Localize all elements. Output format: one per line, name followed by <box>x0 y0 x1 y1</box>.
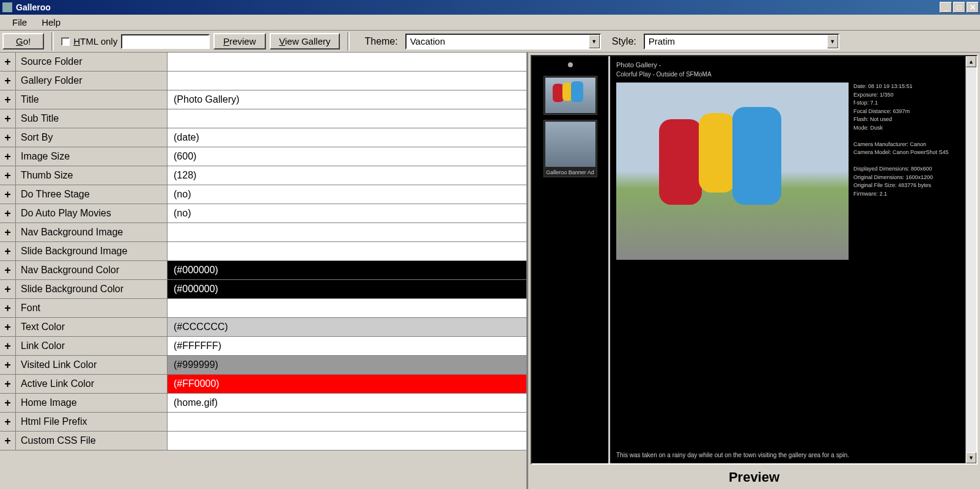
property-label: Custom CSS File <box>16 432 168 450</box>
theme-select[interactable]: Vacation <box>405 34 601 50</box>
home-icon[interactable] <box>568 62 573 67</box>
expand-button[interactable]: + <box>0 375 16 393</box>
minimize-button[interactable]: _ <box>940 2 952 13</box>
property-value[interactable]: (600) <box>168 147 526 166</box>
metadata-line: Date: 08 10 19 13:15:51 <box>853 83 959 91</box>
metadata-line: Original Dimensions: 1600x1200 <box>853 174 959 182</box>
property-label: Do Auto Play Movies <box>16 204 168 222</box>
property-label: Sub Title <box>16 109 168 128</box>
slide-subtitle: Colorful Play - Outside of SFMoMA <box>616 71 959 78</box>
html-only-checkbox[interactable]: HTML only <box>61 36 117 46</box>
slide-metadata: Date: 08 10 19 13:15:51Exposure: 1/350f-… <box>853 83 959 439</box>
expand-button[interactable]: + <box>0 242 16 260</box>
expand-button[interactable]: + <box>0 223 16 241</box>
property-value[interactable] <box>168 72 526 90</box>
property-row: +Nav Background Color(#000000) <box>0 261 526 280</box>
metadata-line <box>853 132 959 141</box>
thumb-caption: Galleroo Banner Ad <box>545 167 595 175</box>
html-only-field[interactable] <box>121 34 210 49</box>
preview-slide: Photo Gallery - Colorful Play - Outside … <box>610 56 965 463</box>
expand-button[interactable]: + <box>0 204 16 222</box>
preview-thumb[interactable]: Galleroo Banner Ad <box>543 120 597 177</box>
expand-button[interactable]: + <box>0 72 16 90</box>
property-row: +Sub Title <box>0 109 526 128</box>
scroll-up-icon[interactable]: ▲ <box>966 56 976 67</box>
expand-button[interactable]: + <box>0 356 16 374</box>
expand-button[interactable]: + <box>0 166 16 185</box>
style-select[interactable]: Pratim <box>644 34 839 50</box>
scroll-track[interactable] <box>966 67 976 452</box>
property-value[interactable] <box>168 242 526 260</box>
property-row: +Do Three Stage(no) <box>0 185 526 204</box>
property-value[interactable]: (#000000) <box>168 280 526 298</box>
metadata-line: Displayed Dimensions: 800x600 <box>853 165 959 174</box>
property-row: +Link Color(#FFFFFF) <box>0 337 526 356</box>
expand-button[interactable]: + <box>0 53 16 71</box>
scroll-down-icon[interactable]: ▼ <box>966 452 976 463</box>
property-label: Html File Prefix <box>16 413 168 431</box>
property-label: Slide Background Image <box>16 242 168 260</box>
expand-button[interactable]: + <box>0 147 16 166</box>
property-label: Title <box>16 90 168 109</box>
menu-help[interactable]: Help <box>34 15 68 30</box>
property-row: +Source Folder <box>0 53 526 72</box>
property-row: +Text Color(#CCCCCC) <box>0 318 526 337</box>
expand-button[interactable]: + <box>0 337 16 355</box>
property-value[interactable]: (date) <box>168 128 526 147</box>
expand-button[interactable]: + <box>0 90 16 109</box>
property-label: Source Folder <box>16 53 168 71</box>
property-value[interactable]: (#999999) <box>168 356 526 374</box>
expand-button[interactable]: + <box>0 128 16 147</box>
expand-button[interactable]: + <box>0 280 16 298</box>
menu-file[interactable]: File <box>5 15 34 30</box>
theme-label: Theme: <box>357 36 401 47</box>
property-value[interactable] <box>168 223 526 241</box>
property-label: Nav Background Color <box>16 261 168 279</box>
property-row: +Font <box>0 299 526 318</box>
property-label: Font <box>16 299 168 317</box>
expand-button[interactable]: + <box>0 299 16 317</box>
property-value[interactable]: (home.gif) <box>168 394 526 412</box>
window-titlebar: Galleroo _ □ ✕ <box>0 0 980 15</box>
property-value[interactable] <box>168 413 526 431</box>
metadata-line: f-stop: 7.1 <box>853 99 959 108</box>
property-value[interactable] <box>168 299 526 317</box>
close-button[interactable]: ✕ <box>967 2 979 13</box>
property-value[interactable]: (no) <box>168 185 526 204</box>
preview-thumb[interactable] <box>543 76 597 115</box>
maximize-button[interactable]: □ <box>953 2 965 13</box>
property-value[interactable]: (no) <box>168 204 526 222</box>
expand-button[interactable]: + <box>0 413 16 431</box>
property-label: Gallery Folder <box>16 72 168 90</box>
preview-button[interactable]: Preview <box>213 33 265 50</box>
property-value[interactable] <box>168 432 526 450</box>
view-gallery-button[interactable]: View Gallery <box>270 33 341 50</box>
expand-button[interactable]: + <box>0 432 16 450</box>
property-value[interactable]: (#CCCCCC) <box>168 318 526 336</box>
property-value[interactable]: (Photo Gallery) <box>168 90 526 109</box>
chevron-down-icon <box>827 35 838 48</box>
property-row: +Sort By(date) <box>0 128 526 147</box>
metadata-line: Exposure: 1/350 <box>853 91 959 100</box>
property-label: Home Image <box>16 394 168 412</box>
expand-button[interactable]: + <box>0 109 16 128</box>
expand-button[interactable]: + <box>0 318 16 336</box>
preview-scrollbar[interactable]: ▲ ▼ <box>965 56 976 463</box>
property-row: +Custom CSS File <box>0 432 526 450</box>
property-value[interactable]: (#FFFFFF) <box>168 337 526 355</box>
metadata-line: Flash: Not used <box>853 116 959 124</box>
property-value[interactable] <box>168 53 526 71</box>
go-button[interactable]: Go! <box>2 33 44 50</box>
property-value[interactable]: (#000000) <box>168 261 526 279</box>
property-value[interactable]: (#FF0000) <box>168 375 526 393</box>
property-value[interactable] <box>168 109 526 128</box>
expand-button[interactable]: + <box>0 394 16 412</box>
expand-button[interactable]: + <box>0 261 16 279</box>
metadata-line: Camera Manufacturer: Canon <box>853 141 959 149</box>
property-value[interactable]: (128) <box>168 166 526 185</box>
expand-button[interactable]: + <box>0 185 16 204</box>
property-label: Nav Background Image <box>16 223 168 241</box>
metadata-line: Camera Model: Canon PowerShot S45 <box>853 149 959 157</box>
app-icon <box>2 2 12 12</box>
style-value: Pratim <box>645 36 827 46</box>
